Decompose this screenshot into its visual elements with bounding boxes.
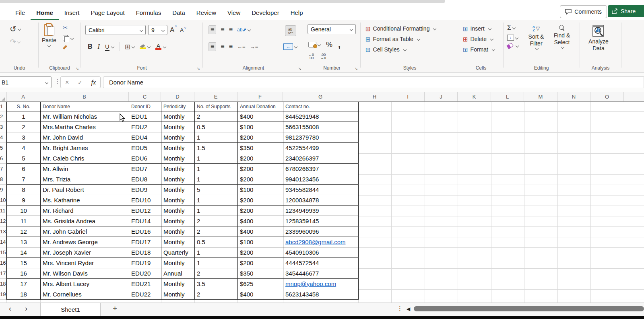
cell-E15[interactable]: 1 xyxy=(195,247,238,258)
cell-F3[interactable]: $100 xyxy=(238,122,283,132)
cell-F18[interactable]: $625 xyxy=(238,279,283,289)
cell-F13[interactable]: $400 xyxy=(238,226,283,237)
wrap-text-button[interactable]: ab c↩ xyxy=(285,25,296,36)
sheet-tab-sheet1[interactable]: Sheet1 xyxy=(40,303,101,316)
cell-A3[interactable]: 2 xyxy=(7,122,41,132)
column-header-H[interactable]: H xyxy=(358,92,391,101)
alignment-dialog-launcher[interactable]: ↘ xyxy=(298,66,301,71)
cell-F19[interactable]: $400 xyxy=(238,289,283,300)
column-header-D[interactable]: D xyxy=(161,92,194,101)
cell-C19[interactable]: EDU22 xyxy=(129,289,161,300)
select-all-corner[interactable] xyxy=(0,92,6,101)
tab-developer[interactable]: Developer xyxy=(246,9,285,20)
fill-color-button[interactable] xyxy=(140,44,146,49)
row-header-6[interactable]: 6 xyxy=(0,153,6,164)
horizontal-scrollbar-thumb[interactable] xyxy=(414,306,644,311)
tab-page-layout[interactable]: Page Layout xyxy=(85,9,130,20)
cell-G14[interactable]: abcd2908@gmail.com xyxy=(283,237,359,247)
cell-F12[interactable]: $400 xyxy=(238,216,283,226)
scroll-left-arrow[interactable]: ◀ xyxy=(407,306,410,312)
column-header-B[interactable]: B xyxy=(40,92,129,101)
cell-F7[interactable]: $200 xyxy=(238,164,283,174)
underline-button[interactable]: U xyxy=(105,43,109,51)
name-box[interactable]: B1 xyxy=(0,76,52,88)
column-header-K[interactable]: K xyxy=(458,92,491,101)
cell-G18[interactable]: mnop@yahoo.com xyxy=(283,279,359,289)
cell-C5[interactable]: EDU5 xyxy=(129,143,161,153)
cell-B8[interactable]: Mrs. Trizia xyxy=(41,174,129,185)
cell-E9[interactable]: 5 xyxy=(195,185,238,195)
cell-A19[interactable]: 18 xyxy=(7,289,41,300)
cut-button[interactable]: ✂ xyxy=(63,24,68,31)
font-size-select[interactable]: 9 xyxy=(148,25,167,35)
cell-G12[interactable]: 1258359145 xyxy=(283,216,359,226)
font-dialog-launcher[interactable]: ↘ xyxy=(197,66,200,71)
cell-E19[interactable]: 2 xyxy=(195,289,238,300)
cell-G6[interactable]: 2340266397 xyxy=(283,153,359,164)
cell-G1[interactable]: Contact no. xyxy=(283,102,359,111)
row-header-8[interactable]: 8 xyxy=(0,174,6,185)
cell-F9[interactable]: $100 xyxy=(238,185,283,195)
cell-G5[interactable]: 4522554499 xyxy=(283,143,359,153)
cell-E8[interactable]: 1 xyxy=(195,174,238,185)
cell-A14[interactable]: 13 xyxy=(7,237,41,247)
cell-E14[interactable]: 0.5 xyxy=(195,237,238,247)
cell-G17[interactable]: 3454446677 xyxy=(283,268,359,279)
cell-F4[interactable]: $200 xyxy=(238,132,283,143)
tab-home[interactable]: Home xyxy=(31,9,59,20)
borders-button[interactable]: ⊞ xyxy=(125,43,134,50)
cell-B3[interactable]: Mrs.Martha Charles xyxy=(41,122,129,132)
row-header-19[interactable]: 19 xyxy=(0,289,6,300)
cell-F1[interactable]: Annual Donation xyxy=(238,102,283,111)
cell-G19[interactable]: 5623143458 xyxy=(283,289,359,300)
cell-E5[interactable]: 1.5 xyxy=(195,143,238,153)
cell-A18[interactable]: 17 xyxy=(7,279,41,289)
cell-F8[interactable]: $200 xyxy=(238,174,283,185)
row-header-2[interactable]: 2 xyxy=(0,111,6,122)
cells-insert-button[interactable]: ⊞Insert xyxy=(463,23,495,34)
cell-D12[interactable]: Monthly xyxy=(161,216,195,226)
cell-F11[interactable]: $200 xyxy=(238,206,283,216)
cell-C13[interactable]: EDU16 xyxy=(129,226,161,237)
find-select-button[interactable]: Find & Select xyxy=(551,25,572,49)
cell-G8[interactable]: 9940123456 xyxy=(283,174,359,185)
tab-insert[interactable]: Insert xyxy=(59,9,85,20)
middle-align-button[interactable]: ≡ xyxy=(221,27,224,33)
cell-D15[interactable]: Quarterly xyxy=(161,247,195,258)
new-sheet-button[interactable]: + xyxy=(113,304,117,313)
column-header-O[interactable]: O xyxy=(590,92,624,101)
cell-A10[interactable]: 9 xyxy=(7,195,41,206)
column-header-E[interactable]: E xyxy=(194,92,237,101)
row-header-15[interactable]: 15 xyxy=(0,247,6,258)
analyze-data-button[interactable]: Analyze Data xyxy=(586,25,611,52)
cell-B17[interactable]: Mr. Wilson Davis xyxy=(41,268,129,279)
cell-C3[interactable]: EDU2 xyxy=(129,122,161,132)
cell-E3[interactable]: 0.5 xyxy=(195,122,238,132)
cell-D9[interactable]: Monthly xyxy=(161,185,195,195)
decrease-font-button[interactable]: A^ xyxy=(180,27,184,33)
cell-B13[interactable]: Mr. John Gabriel xyxy=(41,226,129,237)
decrease-decimal-button[interactable]: .00 →0 xyxy=(320,53,326,60)
cell-D1[interactable]: Periodicity xyxy=(161,102,195,111)
tab-data[interactable]: Data xyxy=(167,9,191,20)
row-header-3[interactable]: 3 xyxy=(0,122,6,132)
cell-B16[interactable]: Mrs. Vincent Ryder xyxy=(41,258,129,268)
cell-G11[interactable]: 1234949939 xyxy=(283,206,359,216)
cell-G15[interactable]: 4540910306 xyxy=(283,247,359,258)
cell-B7[interactable]: Mr. Allwin xyxy=(41,164,129,174)
percent-style-button[interactable]: % xyxy=(326,41,332,49)
cell-C12[interactable]: EDU14 xyxy=(129,216,161,226)
cell-D19[interactable]: Monthly xyxy=(161,289,195,300)
row-header-12[interactable]: 12 xyxy=(0,216,6,226)
row-header-14[interactable]: 14 xyxy=(0,237,6,247)
cell-D16[interactable]: Monthly xyxy=(161,258,195,268)
cell-G9[interactable]: 9345582844 xyxy=(283,185,359,195)
cell-B2[interactable]: Mr. William Nicholas xyxy=(41,111,129,122)
increase-font-button[interactable]: A^ xyxy=(170,26,174,34)
cell-F10[interactable]: $200 xyxy=(238,195,283,206)
column-header-G[interactable]: G xyxy=(283,92,358,101)
cell-A8[interactable]: 7 xyxy=(7,174,41,185)
undo-button[interactable]: ↺ xyxy=(10,24,21,34)
cell-C6[interactable]: EDU6 xyxy=(129,153,161,164)
cell-D2[interactable]: Monthly xyxy=(161,111,195,122)
